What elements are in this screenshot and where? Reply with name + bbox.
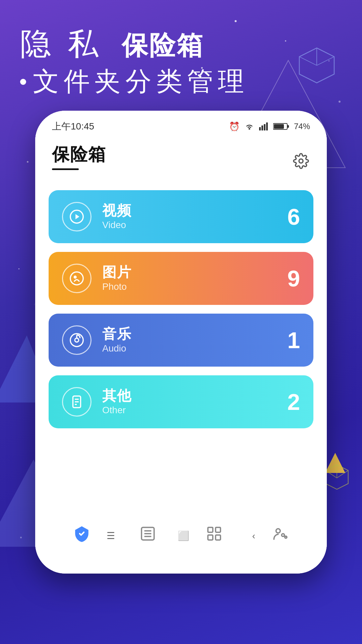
svg-line-4 [299,57,317,65]
app-title-underline [52,168,79,170]
svg-rect-19 [287,125,289,128]
content-spacer [35,447,327,574]
svg-marker-8 [325,465,348,489]
status-time: 上午10:45 [52,120,94,133]
video-card[interactable]: 视频 Video 6 [49,190,313,243]
other-icon-circle [62,387,92,417]
phone-screen: 上午10:45 ⏰ [35,111,327,574]
other-name-en: Other [102,405,287,416]
audio-name-zh: 音乐 [102,326,287,342]
bullet-dot [20,79,26,85]
audio-count: 1 [287,327,300,353]
photo-name-zh: 图片 [102,265,287,280]
app-title-container: 保险箱 [52,143,106,170]
header-section: 隐 私 保险箱 文件夹分类管理 [20,27,249,99]
svg-point-13 [248,128,250,130]
battery-icon [273,122,289,130]
audio-text: 音乐 Audio [102,326,287,354]
android-menu-btn[interactable]: ☰ [107,530,115,541]
svg-rect-20 [274,124,284,129]
audio-card[interactable]: 音乐 Audio 1 [49,314,313,367]
bottom-nav: ☰ ⬜ ‹ [35,517,327,547]
battery-percentage: 74% [294,122,310,131]
svg-point-24 [70,272,83,285]
svg-marker-23 [75,214,79,219]
video-icon-circle [62,202,92,231]
svg-marker-7 [325,453,345,473]
video-text: 视频 Video [102,203,287,230]
app-header: 保险箱 [35,136,327,180]
svg-line-10 [337,471,348,478]
photo-text: 图片 Photo [102,265,287,292]
svg-line-11 [325,471,337,478]
header-safe: 保险箱 [122,31,204,60]
other-text: 其他 Other [102,388,287,416]
alarm-icon: ⏰ [229,121,240,132]
phone-mockup: 上午10:45 ⏰ [35,111,327,574]
android-back-btn[interactable]: ‹ [252,531,255,541]
video-name-zh: 视频 [102,203,287,218]
app-title: 保险箱 [52,143,106,166]
other-card[interactable]: 其他 Other 2 [49,375,313,428]
other-name-zh: 其他 [102,388,287,404]
svg-line-3 [317,57,334,65]
photo-count: 9 [287,265,300,291]
photo-icon-circle [62,264,92,293]
android-home-btn[interactable]: ⬜ [178,530,189,541]
svg-rect-15 [261,125,263,130]
other-count: 2 [287,389,300,415]
header-line1: 隐 私 保险箱 [20,27,249,61]
photo-card[interactable]: 图片 Photo 9 [49,252,313,305]
svg-rect-14 [259,127,261,130]
android-nav: ☰ ⬜ ‹ [35,530,327,541]
audio-icon-circle [62,325,92,355]
svg-point-27 [75,338,79,342]
photo-name-en: Photo [102,281,287,292]
status-icons: ⏰ [229,121,310,132]
header-subtitle: 文件夹分类管理 [33,64,249,99]
settings-button[interactable] [292,152,310,170]
svg-rect-16 [264,124,265,130]
svg-rect-17 [266,122,268,130]
svg-point-25 [74,276,76,278]
header-line2: 文件夹分类管理 [20,64,249,99]
svg-marker-1 [299,48,334,83]
signal-icon [259,122,268,130]
audio-name-en: Audio [102,343,287,354]
header-privacy: 隐 私 [20,26,103,61]
cards-container: 视频 Video 6 图片 Photo 9 [35,180,327,447]
svg-point-21 [299,159,303,163]
status-bar: 上午10:45 ⏰ [35,111,327,136]
video-count: 6 [287,204,300,230]
video-name-en: Video [102,220,287,230]
wifi-icon [244,122,254,130]
